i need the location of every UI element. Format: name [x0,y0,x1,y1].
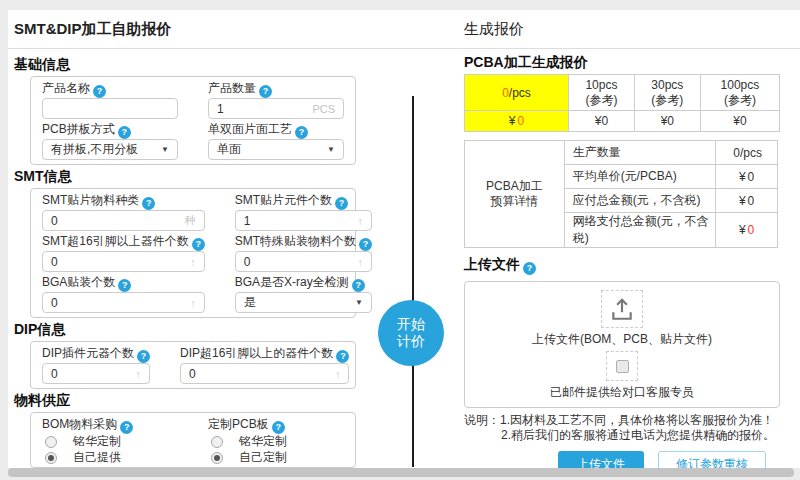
column-divider [412,96,414,467]
input-suffix: 种 [185,213,196,228]
side-process-label: 单双面片面工艺 [208,122,292,136]
help-icon[interactable]: ? [335,197,348,210]
budget-row-label: 网络支付总金额(元，不含税) [564,213,716,248]
quote-form-column: 基础信息 产品名称? 产品数量? 1PCS PCB拼板方式? 有拼板,不用分板▼ [8,49,408,468]
email-checkbox[interactable] [616,360,629,373]
section-header-supply: 物料供应 [14,392,408,410]
help-icon[interactable]: ? [118,279,131,292]
revise-params-button[interactable]: 修订参数重核 [658,451,766,468]
budget-row-value: ¥0 [716,189,778,213]
field-product-qty: 产品数量? 1PCS [208,81,344,119]
ref-qty-cell: 10pcs(参考) [569,75,635,111]
dip-count-input[interactable]: 0↑ [42,363,150,384]
radio-icon[interactable] [45,452,57,464]
upload-dropzone[interactable] [601,290,643,328]
spinner-up-icon[interactable]: ↑ [190,256,196,268]
upload-hint-text: 上传文件(BOM、PCB、贴片文件) [532,331,712,348]
bga-count-input[interactable]: 0↑ [42,292,205,313]
supply-box: BOM物料采购? 铭华定制 自己提供 定制PCB板? 铭华定制 自己定制 [30,412,356,468]
smt-special-mount-input[interactable]: 0↑ [235,251,372,272]
help-icon[interactable]: ? [259,85,272,98]
main-panel: SMT&DIP加工自助报价 生成报价 基础信息 产品名称? 产品数量? 1PCS [8,10,800,468]
field-smt-over16pin: SMT超16引脚以上器件个数? 0↑ [42,234,205,272]
help-icon[interactable]: ? [93,85,106,98]
budget-row-value: ¥0 [716,213,778,248]
email-checkbox-zone[interactable] [606,351,638,381]
smt-info-box: SMT贴片物料种类? 0种 SMT贴片元件个数? 1↑ SMT超16引脚以上器件… [30,188,356,318]
chevron-down-icon: ▼ [161,145,169,154]
budget-table: PCBA加工预算详情 生产数量 0/pcs 平均单价(元/PCBA) ¥0 应付… [464,140,778,248]
budget-row-label: 应付总金额(元，不含税) [564,189,716,213]
pcb-panel-select[interactable]: 有拼板,不用分板▼ [42,139,178,160]
section-header-dip: DIP信息 [14,321,408,339]
product-qty-input[interactable]: 1PCS [208,98,344,119]
ref-qty-cell: 30pcs(参考) [634,75,700,111]
smt-over16pin-input[interactable]: 0↑ [42,251,205,272]
radio-option[interactable]: 铭华定制 [45,434,178,449]
product-name-input[interactable] [42,98,178,119]
help-icon[interactable]: ? [120,421,133,434]
note-line-1: 说明：1.因材料及工艺不同，具体价格将以客服报价为准！ [464,413,794,428]
dip-over16pin-input[interactable]: 0↑ [180,363,349,384]
radio-group-bom: BOM物料采购? 铭华定制 自己提供 [42,417,178,466]
email-hint-text: 已邮件提供给对口客服专员 [550,384,694,401]
spinner-up-icon[interactable]: ↑ [358,256,364,268]
upload-file-button[interactable]: 上传文件 [558,451,644,468]
side-process-select[interactable]: 单面▼ [208,139,344,160]
radio-icon[interactable] [211,452,223,464]
help-icon[interactable]: ? [142,197,155,210]
dip-info-box: DIP插件元器个数? 0↑ DIP超16引脚以上的器件个数? 0↑ [30,341,356,389]
section-header-smt: SMT信息 [14,168,408,186]
field-smt-material-kinds: SMT贴片物料种类? 0种 [42,193,205,231]
price-table: 0/pcs 10pcs(参考) 30pcs(参考) 100pcs(参考) ¥0 … [464,74,780,132]
help-icon[interactable]: ? [192,238,205,251]
smt-component-count-input[interactable]: 1↑ [235,210,372,231]
section-header-pcba-quote: PCBA加工生成报价 [464,54,794,72]
chevron-down-icon: ▼ [355,298,363,307]
upload-icon [609,297,635,321]
field-smt-special-mount: SMT特殊贴装物料个数? 0↑ [235,234,372,272]
help-icon[interactable]: ? [137,350,150,363]
product-name-label: 产品名称 [42,81,90,95]
spinner-up-icon[interactable]: ↑ [335,368,341,380]
spinner-up-icon[interactable]: ↑ [136,368,142,380]
field-dip-count: DIP插件元器个数? 0↑ [42,346,150,384]
budget-row-value: 0/pcs [716,141,778,165]
ref-price-cell: ¥0 [700,111,779,132]
radio-icon[interactable] [45,436,57,448]
note-line-2: 2.稍后我们的客服将通过电话为您提供精确的报价。 [464,428,794,443]
help-icon[interactable]: ? [295,126,308,139]
field-bga-xray: BGA是否X-ray全检测? 是▼ [235,275,372,313]
smt-material-kinds-input[interactable]: 0种 [42,210,205,231]
radio-option[interactable]: 铭华定制 [211,434,344,449]
help-icon[interactable]: ? [523,262,536,275]
help-icon[interactable]: ? [118,126,131,139]
quote-result-column: PCBA加工生成报价 0/pcs 10pcs(参考) 30pcs(参考) 100… [464,49,794,468]
field-product-name: 产品名称? [42,81,178,119]
budget-title-cell: PCBA加工预算详情 [465,141,565,248]
current-qty-cell: 0/pcs [465,75,569,111]
basic-info-box: 产品名称? 产品数量? 1PCS PCB拼板方式? 有拼板,不用分板▼ 单双面片… [30,76,356,165]
spinner-up-icon[interactable]: ↑ [190,297,196,309]
field-bga-count: BGA贴装个数? 0↑ [42,275,205,313]
spinner-up-icon[interactable]: ↑ [358,215,364,227]
bga-xray-select[interactable]: 是▼ [235,292,372,313]
radio-group-pcb: 定制PCB板? 铭华定制 自己定制 [208,417,344,466]
field-dip-over16pin: DIP超16引脚以上的器件个数? 0↑ [180,346,349,384]
start-pricing-button[interactable]: 开始 计价 [378,300,444,366]
current-price-cell: ¥0 [465,111,569,132]
budget-row-label: 平均单价(元/PCBA) [564,165,716,189]
help-icon[interactable]: ? [359,238,372,251]
horizontal-scrollbar[interactable] [8,468,794,477]
radio-option[interactable]: 自己提供 [45,450,178,465]
section-header-basic: 基础信息 [14,56,408,74]
ref-price-cell: ¥0 [569,111,635,132]
upload-panel: 上传文件(BOM、PCB、贴片文件) 已邮件提供给对口客服专员 [464,281,780,408]
ref-qty-cell: 100pcs(参考) [700,75,779,111]
radio-option[interactable]: 自己定制 [211,450,344,465]
budget-row-label: 生产数量 [564,141,716,165]
title-bar: SMT&DIP加工自助报价 生成报价 [8,10,800,49]
help-icon[interactable]: ? [336,350,349,363]
radio-icon[interactable] [211,436,223,448]
help-icon[interactable]: ? [352,279,365,292]
